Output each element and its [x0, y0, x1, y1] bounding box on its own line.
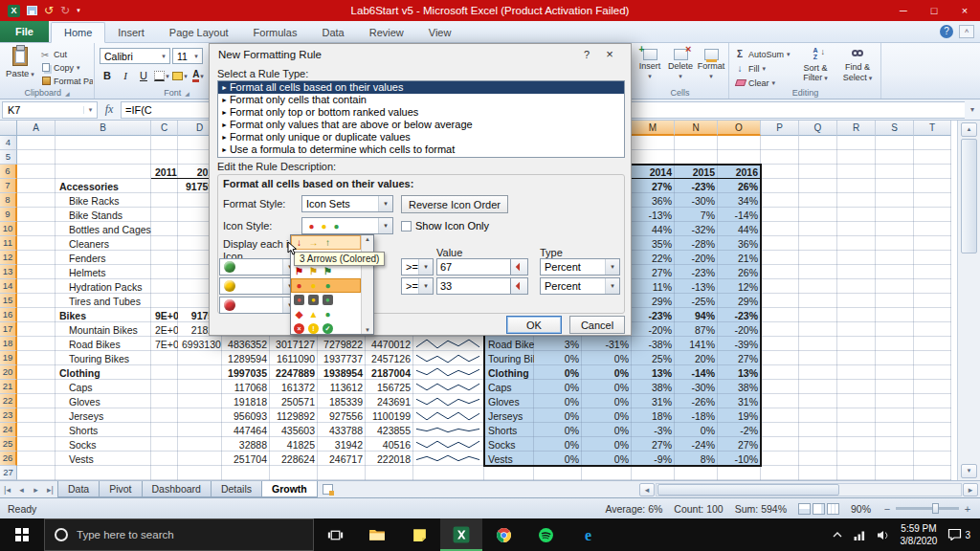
cell-B16[interactable]: Bikes [56, 309, 151, 322]
cancel-button[interactable]: Cancel [569, 316, 625, 334]
copy-button[interactable]: Copy ▾ [39, 61, 93, 75]
cell-F25[interactable]: 41825 [271, 438, 318, 452]
row-header-26[interactable]: 26 [0, 452, 17, 466]
row-header-12[interactable]: 12 [0, 251, 17, 265]
dropdown-scrollbar[interactable]: ▲ ▼ [361, 235, 373, 334]
row-header-27[interactable]: 27 [0, 466, 17, 480]
sheet-tab-details[interactable]: Details [211, 481, 262, 497]
range-select-icon[interactable] [511, 258, 528, 276]
icon-set-option-3-signs[interactable]: ◆▲● [291, 307, 361, 321]
italic-button[interactable]: I [118, 68, 133, 83]
cell-F20[interactable]: 2247889 [271, 366, 318, 380]
row-header-10[interactable]: 10 [0, 222, 17, 236]
font-dialog-launcher-icon[interactable]: ◢ [185, 90, 189, 97]
sticky-notes-taskbar-button[interactable] [398, 518, 440, 551]
cell-G20[interactable]: 1938954 [319, 366, 366, 380]
horizontal-scrollbar[interactable]: ◂ ▸ [639, 481, 980, 497]
cell-G26[interactable]: 246717 [319, 452, 366, 466]
cell-B10[interactable]: Bottles and Cages [56, 223, 151, 236]
save-icon[interactable] [27, 6, 37, 15]
cell-H26[interactable]: 222018 [367, 452, 413, 466]
column-header-M[interactable]: M [632, 121, 675, 136]
clipboard-dialog-launcher-icon[interactable]: ◢ [65, 90, 70, 97]
row-header-16[interactable]: 16 [0, 308, 17, 322]
horizontal-scroll-thumb[interactable] [657, 484, 839, 496]
scroll-left-button[interactable]: ◂ [639, 483, 655, 496]
ribbon-tab-data[interactable]: Data [309, 23, 356, 42]
close-button[interactable]: × [949, 0, 980, 21]
ribbon-tab-view[interactable]: View [416, 23, 464, 42]
qat-customize-icon[interactable]: ▾ [77, 7, 80, 14]
cell-B24[interactable]: Shorts [56, 424, 151, 437]
sort-filter-button[interactable]: AZ↓ Sort & Filter ▾ [795, 46, 835, 94]
cell-E26[interactable]: 251704 [223, 452, 270, 466]
icon-select-2[interactable]: ▾ [219, 297, 298, 314]
cell-B17[interactable]: Mountain Bikes [56, 323, 151, 337]
cell-B9[interactable]: Bike Stands [56, 209, 151, 222]
cell-D18[interactable]: 6993130 [179, 338, 222, 351]
cell-G24[interactable]: 433788 [319, 424, 366, 437]
row-header-25[interactable]: 25 [0, 437, 17, 452]
undo-icon[interactable]: ↺ [44, 5, 54, 16]
cell-F21[interactable]: 161372 [271, 381, 318, 394]
column-header-P[interactable]: P [761, 121, 799, 136]
column-header-C[interactable]: C [151, 121, 178, 136]
cell-E19[interactable]: 1289594 [223, 352, 270, 365]
page-layout-view-button[interactable] [813, 503, 825, 515]
row-header-4[interactable]: 4 [0, 136, 17, 150]
icon-set-option-3-traffic-lights-rimmed[interactable]: ●●● [291, 293, 361, 307]
column-header-R[interactable]: R [837, 121, 876, 136]
borders-button[interactable]: ▾ [154, 68, 169, 83]
cell-E20[interactable]: 1997035 [223, 366, 270, 380]
sheet-tab-dashboard[interactable]: Dashboard [142, 481, 212, 497]
cell-B25[interactable]: Socks [56, 438, 151, 452]
redo-icon[interactable]: ↻ [60, 5, 70, 16]
volume-icon[interactable] [877, 530, 890, 540]
icon-set-option-3-symbols-circled[interactable]: ×!✓ [291, 321, 361, 336]
action-center-button[interactable]: 3 [947, 528, 970, 542]
type-select-0[interactable]: Percent▾ [540, 258, 620, 276]
bold-button[interactable]: B [100, 68, 115, 83]
cell-E21[interactable]: 117068 [223, 381, 270, 394]
paste-button[interactable]: Paste ▾ [3, 46, 37, 88]
cell-G21[interactable]: 113612 [319, 381, 366, 394]
cell-G19[interactable]: 1937737 [319, 352, 366, 365]
scroll-up-button[interactable]: ▲ [961, 122, 977, 137]
icon-set-option-3-arrows-colored[interactable]: ↓→↑ [291, 235, 361, 250]
column-header-B[interactable]: B [56, 121, 151, 136]
cell-F24[interactable]: 435603 [271, 424, 318, 437]
cell-B7[interactable]: Accessories [56, 180, 151, 193]
column-header-S[interactable]: S [876, 121, 914, 136]
icon-select-1[interactable]: ▾ [219, 277, 298, 295]
cell-B19[interactable]: Touring Bikes [56, 352, 151, 365]
zoom-in-icon[interactable]: + [963, 503, 972, 515]
delete-cells-button[interactable]: Delete▾ [665, 46, 696, 81]
column-header-Q[interactable]: Q [799, 121, 837, 136]
row-header-23[interactable]: 23 [0, 408, 17, 423]
row-header-14[interactable]: 14 [0, 279, 17, 294]
cell-F23[interactable]: 1129892 [271, 409, 318, 423]
insert-cells-button[interactable]: Insert▾ [635, 46, 665, 81]
cell-C6[interactable]: 2011 [152, 165, 178, 179]
zoom-slider[interactable]: − + [882, 503, 972, 515]
cell-B13[interactable]: Helmets [56, 266, 151, 279]
row-header-21[interactable]: 21 [0, 380, 17, 394]
ok-button[interactable]: OK [506, 316, 562, 334]
spotify-taskbar-button[interactable] [524, 518, 567, 551]
cell-B23[interactable]: Jerseys [56, 409, 151, 423]
page-break-view-button[interactable] [827, 503, 839, 515]
column-header-T[interactable]: T [914, 121, 951, 136]
first-sheet-button[interactable]: |◂ [0, 485, 14, 495]
value-input-0[interactable]: 67 [436, 258, 528, 276]
row-header-6[interactable]: 6 [0, 165, 17, 179]
cell-E23[interactable]: 956093 [223, 409, 270, 423]
cell-B26[interactable]: Vests [56, 452, 151, 466]
cell-F19[interactable]: 1611090 [271, 352, 318, 365]
vertical-scrollbar[interactable]: ▲ ▼ [957, 121, 980, 480]
cell-F22[interactable]: 250571 [271, 395, 318, 408]
insert-worksheet-button[interactable] [317, 484, 340, 495]
row-header-15[interactable]: 15 [0, 294, 17, 308]
ribbon-tab-formulas[interactable]: Formulas [241, 23, 310, 42]
operator-select-1[interactable]: >=▾ [401, 277, 434, 295]
scroll-down-icon[interactable]: ▼ [365, 327, 370, 333]
